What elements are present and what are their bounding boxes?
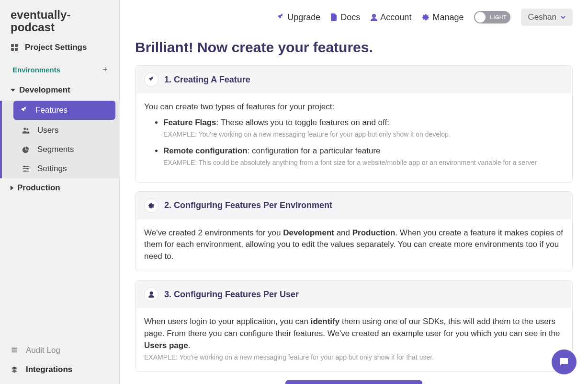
card-body: We've created 2 environments for you Dev…	[136, 220, 572, 271]
card-example: EXAMPLE: You're working on a new messagi…	[144, 352, 564, 362]
rocket-icon	[277, 13, 284, 21]
nav-integrations[interactable]: Integrations	[0, 360, 119, 379]
card-per-user: 3. Configuring Features Per User When us…	[135, 280, 573, 371]
rocket-icon	[144, 72, 158, 87]
card-header: 3. Configuring Features Per User	[136, 280, 572, 308]
nav-users[interactable]: Users	[2, 121, 119, 140]
nav-item-label: Users	[37, 126, 58, 135]
remote-config-bullet: Remote configuration: configuration for …	[163, 145, 564, 168]
svg-point-4	[23, 128, 26, 130]
create-feature-button[interactable]: Create Your First Feature	[285, 380, 422, 384]
topnav-label: Docs	[340, 12, 360, 23]
nav-item-label: Segments	[37, 145, 74, 154]
card-title: 3. Configuring Features Per User	[164, 290, 299, 300]
card-title: 1. Creating A Feature	[164, 75, 250, 85]
env-toggle-production[interactable]: Production	[0, 178, 119, 198]
environments-header: Environments +	[0, 59, 119, 81]
svg-rect-14	[11, 351, 17, 352]
cta-row: Create Your First Feature	[135, 380, 573, 384]
card-header: 2. Configuring Features Per Environment	[136, 192, 572, 220]
environment-development: Development Features Users Segments	[0, 81, 119, 178]
bullet-rest: : These allows you to toggle features on…	[216, 118, 389, 127]
project-title: eventually-podcast	[0, 0, 119, 38]
nav-audit-log[interactable]: Audit Log	[0, 341, 119, 360]
svg-point-10	[27, 168, 28, 169]
env-name-label: Development	[19, 85, 70, 95]
svg-point-15	[372, 14, 376, 18]
svg-rect-0	[11, 44, 14, 47]
topnav-manage[interactable]: Manage	[422, 12, 464, 23]
bold-users-page: Users page	[144, 341, 188, 350]
add-environment-button[interactable]: +	[102, 65, 109, 75]
sidebar: eventually-podcast Project Settings Envi…	[0, 0, 120, 384]
list-icon	[11, 347, 19, 354]
nav-settings[interactable]: Settings	[2, 159, 119, 178]
bold-identify: identify	[311, 317, 339, 326]
nav-features[interactable]: Features	[13, 101, 115, 120]
topnav-account[interactable]: Account	[371, 12, 411, 23]
bold-dev: Development	[283, 228, 334, 237]
svg-point-5	[26, 128, 28, 130]
svg-point-16	[150, 291, 153, 295]
sliders-icon	[22, 165, 31, 173]
gear-icon	[144, 198, 158, 213]
bullet-example: EXAMPLE: You're working on a new messagi…	[163, 129, 564, 139]
svg-rect-12	[11, 348, 17, 349]
topnav-upgrade[interactable]: Upgrade	[277, 12, 320, 23]
card-intro: You can create two types of features for…	[144, 101, 564, 113]
chevron-down-icon	[560, 14, 566, 20]
topnav-label: Account	[380, 12, 411, 23]
user-icon	[371, 13, 377, 21]
user-menu[interactable]: Geshan	[521, 9, 573, 26]
svg-rect-3	[15, 48, 18, 51]
body-text: We've created 2 environments for you	[144, 228, 283, 237]
svg-point-9	[23, 165, 25, 167]
environments-label: Environments	[12, 66, 60, 74]
theme-toggle[interactable]: LIGHT	[474, 11, 510, 23]
card-per-environment: 2. Configuring Features Per Environment …	[135, 191, 573, 272]
nav-item-label: Features	[35, 105, 68, 115]
theme-label: LIGHT	[490, 15, 507, 20]
bullet-rest: : configuration for a particular feature	[248, 146, 381, 155]
card-body: You can create two types of features for…	[136, 93, 572, 182]
svg-rect-13	[11, 349, 17, 350]
card-creating-feature: 1. Creating A Feature You can create two…	[135, 65, 573, 183]
topnav-docs[interactable]: Docs	[331, 12, 360, 23]
stack-icon	[11, 366, 19, 373]
users-icon	[22, 127, 31, 134]
topnav-label: Manage	[432, 12, 464, 23]
body-text: .	[188, 341, 191, 350]
bullet-strong: Remote configuration	[163, 146, 248, 155]
project-settings-label: Project Settings	[25, 43, 87, 52]
nav-item-label: Settings	[37, 164, 67, 174]
body-text: and	[334, 228, 352, 237]
bullet-example: EXAMPLE: This could be absolutely anythi…	[163, 158, 564, 167]
chevron-down-icon	[11, 89, 15, 92]
user-name: Geshan	[528, 12, 556, 22]
bold-prod: Production	[352, 228, 396, 237]
top-navigation: Upgrade Docs Account Manage LIGHT Geshan	[120, 0, 588, 30]
topnav-label: Upgrade	[287, 12, 320, 23]
settings-grid-icon	[11, 44, 19, 51]
card-header: 1. Creating A Feature	[136, 66, 572, 93]
chat-widget-button[interactable]	[552, 349, 577, 374]
project-settings-link[interactable]: Project Settings	[0, 38, 119, 59]
nav-segments[interactable]: Segments	[2, 140, 119, 159]
toggle-knob	[475, 12, 486, 23]
rocket-icon	[20, 106, 29, 114]
card-title: 2. Configuring Features Per Environment	[164, 200, 332, 210]
pie-icon	[22, 146, 31, 153]
nav-item-label: Integrations	[26, 365, 72, 374]
env-nav-development: Features Users Segments Settings	[0, 101, 119, 178]
page-title: Brilliant! Now create your features.	[135, 39, 573, 56]
bullet-strong: Feature Flags	[163, 118, 216, 127]
chevron-right-icon	[11, 186, 13, 190]
feature-flags-bullet: Feature Flags: These allows you to toggl…	[163, 117, 564, 140]
user-icon	[144, 287, 158, 302]
chat-icon	[558, 356, 570, 368]
svg-point-11	[24, 170, 26, 172]
env-toggle-development[interactable]: Development	[0, 81, 119, 100]
nav-item-label: Audit Log	[26, 346, 60, 355]
gear-icon	[422, 13, 430, 21]
file-icon	[331, 13, 338, 21]
